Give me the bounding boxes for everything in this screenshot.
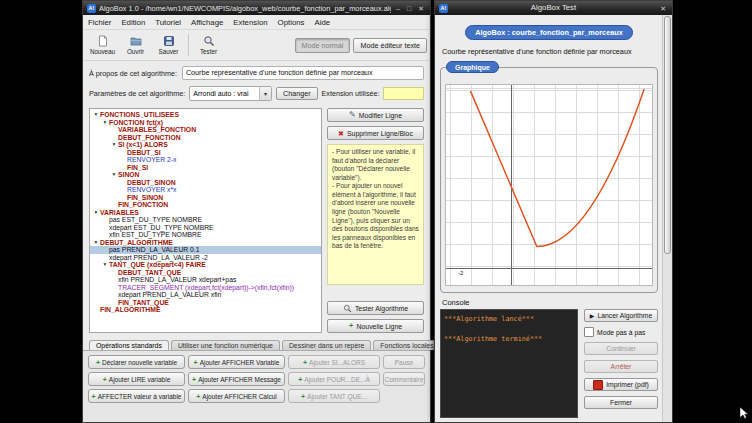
tree-row-text: xdepart PREND_LA_VALEUR -2 [109, 254, 208, 262]
open-file-button[interactable]: Ouvrir [119, 32, 152, 59]
action-button-label: Commentaire [385, 376, 424, 383]
collapse-arrow-icon[interactable]: ▾ [110, 171, 118, 179]
action-button-ajouter-si-alors[interactable]: +Ajouter SI...ALORS [288, 355, 380, 369]
tree-row[interactable]: ▾TANT_QUE (xdepart<4) FAIRE [90, 261, 321, 269]
tree-row[interactable]: pas EST_DU_TYPE NOMBRE [90, 216, 321, 224]
maximize-icon[interactable]: □ [405, 5, 413, 12]
action-button-ajouter-afficher-calcul[interactable]: +Ajouter AFFICHER Calcul [188, 389, 285, 403]
tree-row[interactable]: ▾SI (x<1) ALORS [90, 141, 321, 149]
tree-row[interactable]: xfin PREND_LA_VALEUR xdepart+pas [90, 276, 321, 284]
tree-row[interactable]: FIN_SINON [90, 194, 321, 202]
vertical-scrollbar[interactable] [662, 15, 672, 422]
menu-fichier[interactable]: Fichier [83, 18, 116, 27]
delete-line-button[interactable]: ✖ Supprimer Ligne/Bloc [327, 126, 424, 140]
tree-row[interactable]: DEBUT_SINON [90, 179, 321, 187]
collapse-arrow-icon[interactable]: ▾ [92, 239, 100, 247]
plus-icon: + [301, 393, 305, 400]
checkbox-icon[interactable] [584, 327, 594, 337]
console-output[interactable]: ***Algorithme lancé*** ***Algorithme ter… [440, 309, 578, 418]
save-file-label: Sauver [159, 48, 179, 55]
mode-text-editor-button[interactable]: Mode éditeur texte [353, 38, 427, 53]
mode-normal-button[interactable]: Mode normal [295, 38, 351, 53]
stop-button[interactable]: Arrêter [584, 360, 658, 373]
function-curve [446, 85, 652, 285]
collapse-arrow-icon[interactable]: ▾ [92, 111, 100, 119]
modify-line-button[interactable]: ✎ Modifier Ligne [327, 108, 424, 122]
extension-input[interactable] [383, 87, 424, 100]
tree-row[interactable]: DEBUT_SI [90, 149, 321, 157]
tree-row[interactable]: xdepart PREND_LA_VALEUR -2 [90, 254, 321, 262]
tree-row[interactable]: FIN_FONCTION [90, 201, 321, 209]
action-button-ajouter-afficher-variable[interactable]: +Ajouter AFFICHER Variable [188, 355, 285, 369]
tree-row[interactable]: xfin EST_DU_TYPE NOMBRE [90, 231, 321, 239]
tab-operations-standards[interactable]: Opérations standards [89, 340, 169, 350]
action-button-ajouter-tant-que[interactable]: +Ajouter TANT QUE... [288, 389, 380, 403]
menu-aide[interactable]: Aide [309, 18, 335, 27]
tree-row-text: xdepart EST_DU_TYPE NOMBRE [109, 224, 214, 232]
test-button[interactable]: Tester [192, 32, 225, 59]
action-button-declarer-nouvelle-variable[interactable]: +Déclarer nouvelle variable [88, 355, 185, 369]
tree-row[interactable]: VARIABLES_FONCTION [90, 126, 321, 134]
run-algorithm-button[interactable]: ▶ Lancer Algorithme [584, 309, 658, 322]
badge-row: AlgoBox : courbe_fonction_par_morceaux [440, 21, 658, 40]
tree-row[interactable]: ▾VARIABLES [90, 209, 321, 217]
new-line-button[interactable]: + Nouvelle Ligne [327, 319, 424, 333]
tree-row[interactable]: FIN_TANT_QUE [90, 299, 321, 307]
menu-extension[interactable]: Extension [228, 18, 272, 27]
minimize-icon[interactable]: – [394, 5, 402, 12]
action-button-ajouter-pour-de-a[interactable]: +Ajouter POUR...DE...À [288, 372, 380, 386]
action-button-ajouter-afficher-message[interactable]: +Ajouter AFFICHER Message [188, 372, 285, 386]
menu-tutoriel[interactable]: Tutoriel [150, 18, 186, 27]
rounding-combobox[interactable]: Arrondi auto : vrai ▾ [189, 86, 272, 101]
scrollbar-thumb[interactable] [664, 16, 671, 254]
action-button-pause[interactable]: Pause [383, 355, 425, 369]
algobox-app-icon: A! [87, 4, 96, 13]
print-pdf-button[interactable]: Imprimer (pdf) [584, 378, 658, 391]
combobox-value: Arrondi auto : vrai [190, 90, 259, 97]
collapse-arrow-icon[interactable]: ▾ [101, 261, 109, 269]
tree-row[interactable]: DEBUT_FONCTION [90, 134, 321, 142]
tree-row[interactable]: ▾SINON [90, 171, 321, 179]
tree-row[interactable]: xdepart PREND_LA_VALEUR xfin [90, 291, 321, 299]
collapse-arrow-icon[interactable]: ▾ [101, 119, 109, 127]
tree-row[interactable]: RENVOYER x*x [90, 186, 321, 194]
about-input[interactable]: Courbe représentative d'une fonction déf… [182, 66, 424, 80]
tree-row[interactable]: DEBUT_TANT_QUE [90, 269, 321, 277]
tree-row[interactable]: ▾FONCTION fct(x) [90, 119, 321, 127]
tree-row-text: FIN_ALGORITHME [100, 306, 160, 314]
tree-row[interactable]: xdepart EST_DU_TYPE NOMBRE [90, 224, 321, 232]
tree-row[interactable]: ▾DEBUT_ALGORITHME [90, 239, 321, 247]
test-window-titlebar[interactable]: A! AlgoBox Test ✕ [435, 1, 672, 15]
tab-dessiner-dans-un-repere[interactable]: Dessiner dans un repère [282, 340, 371, 350]
tree-row[interactable]: FIN_ALGORITHME [90, 306, 321, 314]
action-button-commentaire[interactable]: Commentaire [383, 372, 425, 386]
main-window-titlebar[interactable]: A! AlgoBox 1.0 - /home/wn1/NEWCOMPIS/alg… [83, 1, 430, 15]
tree-row[interactable]: ▾FONCTIONS_UTILISEES [90, 111, 321, 119]
test-algorithm-button[interactable]: Tester Algorithme [327, 301, 424, 315]
tree-row-text: VARIABLES [100, 209, 139, 217]
menu-options[interactable]: Options [273, 18, 310, 27]
continue-button[interactable]: Continuer [584, 342, 658, 355]
tree-row[interactable]: pas PREND_LA_VALEUR 0.1 [90, 246, 321, 254]
step-mode-checkbox[interactable]: Mode pas à pas [584, 327, 658, 337]
algorithm-title-badge: AlgoBox : courbe_fonction_par_morceaux [465, 25, 633, 40]
close-icon[interactable]: ✕ [416, 5, 426, 12]
tab-utiliser-une-fonction-numerique[interactable]: Utiliser une fonction numérique [171, 340, 280, 350]
close-test-button[interactable]: Fermer [584, 396, 658, 409]
tab-fonctions-locales[interactable]: Fonctions locales [373, 340, 440, 350]
change-button[interactable]: Changer [276, 87, 318, 100]
close-icon[interactable]: ✕ [658, 5, 668, 12]
collapse-arrow-icon[interactable]: ▾ [110, 141, 118, 149]
action-button-affecter-valeur-a-variable[interactable]: +AFFECTER valeur à variable [88, 389, 185, 403]
menu-edition[interactable]: Edition [116, 18, 150, 27]
menu-affichage[interactable]: Affichage [186, 18, 228, 27]
collapse-arrow-icon[interactable]: ▾ [92, 209, 100, 217]
tree-row[interactable]: RENVOYER 2-x [90, 156, 321, 164]
action-button-ajouter-lire-variable[interactable]: +Ajouter LIRE variable [88, 372, 185, 386]
algorithm-tree[interactable]: ▾FONCTIONS_UTILISEES▾FONCTION fct(x)VARI… [89, 108, 322, 333]
chevron-down-icon[interactable]: ▾ [259, 87, 271, 100]
tree-row[interactable]: FIN_SI [90, 164, 321, 172]
save-file-button[interactable]: Sauver [152, 32, 185, 59]
new-file-button[interactable]: Nouveau [86, 32, 119, 59]
tree-row[interactable]: TRACER_SEGMENT (xdepart,fct(xdepart))->(… [90, 284, 321, 292]
